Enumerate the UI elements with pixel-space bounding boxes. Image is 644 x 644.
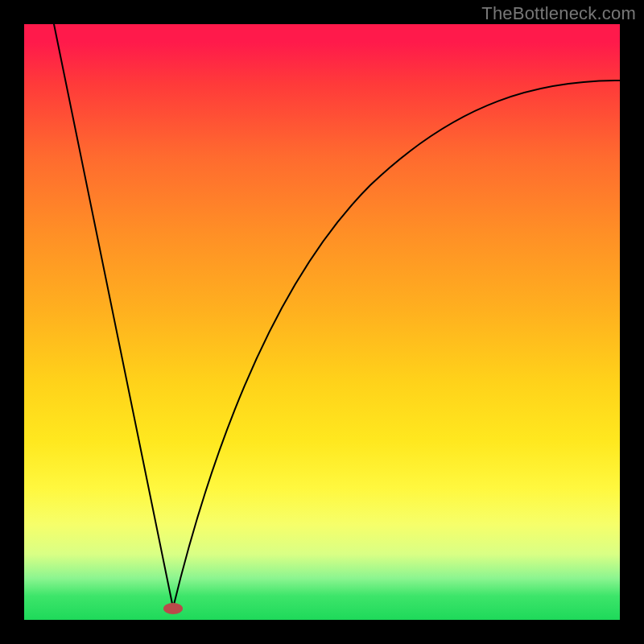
plot-area [24,24,620,620]
curve-right-branch [173,80,620,608]
watermark-text: TheBottleneck.com [481,3,636,24]
bottleneck-curve [24,24,620,620]
minimum-marker [163,603,183,614]
curve-left-branch [54,24,173,608]
chart-frame: TheBottleneck.com [0,0,644,644]
